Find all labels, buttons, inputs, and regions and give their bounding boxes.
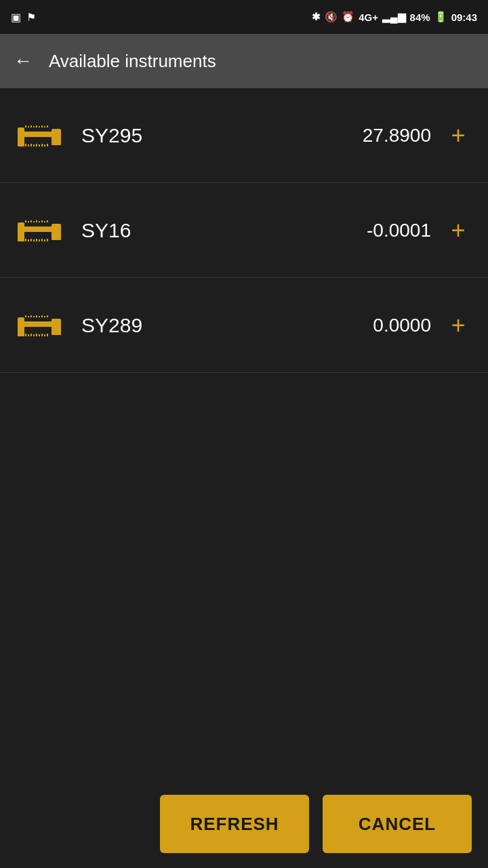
battery-icon: 🔋 xyxy=(434,11,447,23)
instrument-name-3: SY289 xyxy=(70,314,336,337)
add-button-1[interactable]: + xyxy=(445,123,472,148)
alarm-icon: ⏰ xyxy=(342,11,354,23)
svg-rect-45 xyxy=(52,232,61,240)
back-button[interactable]: ← xyxy=(14,50,33,72)
signal-flag-icon: ⚑ xyxy=(26,11,36,24)
status-left-icons: ▣ ⚑ xyxy=(11,11,36,24)
screen-icon: ▣ xyxy=(11,11,21,24)
cancel-button[interactable]: CANCEL xyxy=(323,795,472,853)
instrument-value-2: -0.0001 xyxy=(336,220,445,241)
instrument-row[interactable]: SY295 27.8900 + xyxy=(0,88,488,183)
caliper-icon-3 xyxy=(16,312,70,339)
bluetooth-icon: ✱ xyxy=(312,11,321,23)
caliper-icon-2 xyxy=(16,217,70,244)
svg-rect-44 xyxy=(18,232,24,241)
bottom-bar: REFRESH CANCEL xyxy=(0,780,488,868)
instrument-row[interactable]: SY289 0.0000 + xyxy=(0,278,488,373)
page-title: Available instruments xyxy=(49,51,474,72)
empty-space xyxy=(0,434,488,780)
time-display: 09:43 xyxy=(451,12,477,23)
add-button-3[interactable]: + xyxy=(445,313,472,338)
network-type: 4G+ xyxy=(359,12,378,23)
add-button-2[interactable]: + xyxy=(445,218,472,243)
refresh-button[interactable]: REFRESH xyxy=(160,795,309,853)
svg-rect-21 xyxy=(18,137,24,146)
instrument-name-1: SY295 xyxy=(70,124,336,147)
svg-rect-68 xyxy=(52,327,61,335)
svg-rect-22 xyxy=(52,137,61,145)
caliper-icon-1 xyxy=(16,122,70,149)
mute-icon: 🔇 xyxy=(325,11,338,23)
svg-rect-67 xyxy=(18,327,24,336)
instrument-value-3: 0.0000 xyxy=(336,315,445,336)
toolbar: ← Available instruments xyxy=(0,34,488,88)
status-right-info: ✱ 🔇 ⏰ 4G+ ▂▄▆ 84% 🔋 09:43 xyxy=(312,11,477,23)
instrument-value-1: 27.8900 xyxy=(336,125,445,146)
battery-level: 84% xyxy=(410,12,430,23)
signal-bars-icon: ▂▄▆ xyxy=(382,11,406,23)
instrument-row[interactable]: SY16 -0.0001 + xyxy=(0,183,488,278)
status-bar: ▣ ⚑ ✱ 🔇 ⏰ 4G+ ▂▄▆ 84% 🔋 09:43 xyxy=(0,0,488,34)
instrument-name-2: SY16 xyxy=(70,219,336,242)
instrument-list: SY295 27.8900 + xyxy=(0,88,488,434)
